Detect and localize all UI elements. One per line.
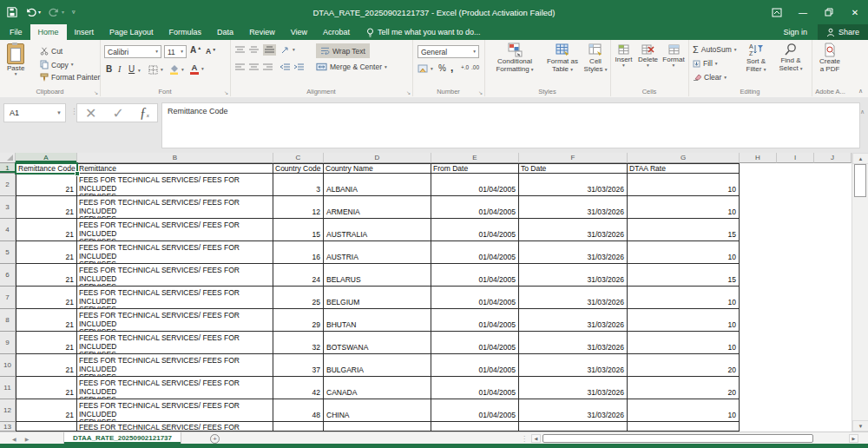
vertical-scrollbar-thumb[interactable] [854, 164, 866, 197]
cell-A8[interactable]: 21 [16, 309, 77, 332]
cell-B6[interactable]: FEES FOR TECHNICAL SERVICES/ FEES FOR IN… [77, 264, 273, 287]
cancel-icon[interactable]: ✕ [85, 105, 96, 122]
cell-B4[interactable]: FEES FOR TECHNICAL SERVICES/ FEES FOR IN… [77, 219, 273, 241]
cell-G13[interactable] [628, 422, 740, 432]
cell[interactable] [777, 241, 814, 264]
row-header-8[interactable]: 8 [0, 309, 16, 332]
cell-E5[interactable]: 01/04/2005 [431, 241, 519, 264]
find-select-button[interactable]: Find & Select ▾ [775, 43, 806, 72]
cell-A7[interactable]: 21 [16, 287, 77, 309]
cell-A11[interactable]: 21 [16, 377, 77, 399]
cell-B10[interactable]: FEES FOR TECHNICAL SERVICES/ FEES FOR IN… [77, 354, 273, 377]
cell-E4[interactable]: 01/04/2005 [431, 219, 519, 241]
column-header-A[interactable]: A [16, 153, 77, 163]
cell-A1[interactable]: Remittance Code [16, 163, 77, 174]
cell[interactable] [777, 196, 814, 219]
hscroll-right-icon[interactable]: ▶ [849, 434, 858, 443]
format-cells-button[interactable]: Format▾ [661, 43, 687, 68]
fill-color-icon[interactable]: ▾ [169, 64, 184, 75]
cell-D3[interactable]: ARMENIA [324, 196, 431, 219]
cell[interactable] [814, 196, 852, 219]
cell-G7[interactable]: 10 [628, 287, 740, 309]
middle-align-icon[interactable] [249, 46, 259, 54]
cell[interactable] [740, 264, 777, 287]
new-sheet-icon[interactable]: + [210, 434, 220, 444]
tab-page-layout[interactable]: Page Layout [102, 24, 161, 40]
cell-C8[interactable]: 29 [273, 309, 324, 332]
format-painter-button[interactable]: Format Painter [40, 73, 100, 82]
cell[interactable] [740, 287, 777, 309]
cell-G11[interactable]: 20 [628, 377, 740, 399]
cell-D12[interactable]: CHINA [324, 399, 431, 422]
cell-F10[interactable]: 31/03/2026 [519, 354, 628, 377]
restore-button[interactable] [816, 0, 842, 24]
cell-F9[interactable]: 31/03/2026 [519, 332, 628, 354]
cell-G9[interactable]: 10 [628, 332, 740, 354]
cell-F2[interactable]: 31/03/2026 [519, 174, 628, 196]
align-right-icon[interactable] [263, 63, 273, 71]
cell-A9[interactable]: 21 [16, 332, 77, 354]
increase-decimal-icon[interactable]: +.0 [461, 64, 469, 70]
cell-F4[interactable]: 31/03/2026 [519, 219, 628, 241]
cell[interactable] [814, 287, 852, 309]
decrease-decimal-icon[interactable]: .00 [471, 64, 479, 70]
column-header-I[interactable]: I [777, 153, 814, 163]
formula-input[interactable]: Remittance Code [161, 102, 860, 148]
bottom-align-icon[interactable] [263, 44, 276, 56]
cell-B11[interactable]: FEES FOR TECHNICAL SERVICES/ FEES FOR IN… [77, 377, 273, 399]
cell-A12[interactable]: 21 [16, 399, 77, 422]
cell[interactable] [777, 377, 814, 399]
tell-me-box[interactable]: Tell me what you want to do... [366, 24, 481, 40]
column-header-E[interactable]: E [431, 153, 519, 163]
cell-E3[interactable]: 01/04/2005 [431, 196, 519, 219]
underline-button[interactable]: U [128, 64, 135, 74]
cell-G12[interactable]: 10 [628, 399, 740, 422]
cell-styles-button[interactable]: Cell Styles ▾ [582, 43, 609, 73]
cell[interactable] [740, 163, 777, 174]
column-header-H[interactable]: H [740, 153, 777, 163]
tab-data[interactable]: Data [209, 24, 241, 40]
cell-G8[interactable]: 10 [628, 309, 740, 332]
cell-D1[interactable]: Country Name [324, 163, 431, 174]
autosum-button[interactable]: Σ AutoSum▾ [693, 45, 737, 54]
cell[interactable] [740, 377, 777, 399]
cell-B3[interactable]: FEES FOR TECHNICAL SERVICES/ FEES FOR IN… [77, 196, 273, 219]
increase-indent-icon[interactable] [294, 63, 304, 71]
ribbon-display-options-icon[interactable] [764, 0, 790, 24]
wrap-text-button[interactable]: Wrap Text [316, 43, 370, 58]
insert-function-icon[interactable]: ƒx [140, 105, 149, 121]
cell[interactable] [814, 219, 852, 241]
cell-C13[interactable] [273, 422, 324, 432]
cell-G6[interactable]: 15 [628, 264, 740, 287]
tab-file[interactable]: File [2, 24, 30, 40]
orientation-icon[interactable]: ▾ [280, 45, 295, 55]
cell[interactable] [740, 309, 777, 332]
cell-C5[interactable]: 16 [273, 241, 324, 264]
cell-E1[interactable]: From Date [431, 163, 519, 174]
cell-E11[interactable]: 01/04/2005 [431, 377, 519, 399]
vertical-scrollbar[interactable]: ▲ ▼ [852, 153, 868, 432]
enter-icon[interactable]: ✓ [112, 105, 123, 122]
accounting-format-icon[interactable]: ▾ [418, 64, 433, 74]
alignment-dialog-launcher-icon[interactable]: ↘ [406, 89, 411, 96]
row-header-6[interactable]: 6 [0, 264, 16, 287]
cell[interactable] [777, 332, 814, 354]
cell-C10[interactable]: 37 [273, 354, 324, 377]
cell-D11[interactable]: CANADA [324, 377, 431, 399]
cell-D2[interactable]: ALBANIA [324, 174, 431, 196]
paste-button[interactable]: Paste▾ [7, 43, 24, 76]
column-header-C[interactable]: C [273, 153, 324, 163]
cell-B12[interactable]: FEES FOR TECHNICAL SERVICES/ FEES FOR IN… [77, 399, 273, 422]
select-all-corner[interactable] [0, 153, 16, 163]
align-center-icon[interactable] [249, 63, 259, 71]
cell-E8[interactable]: 01/04/2005 [431, 309, 519, 332]
close-button[interactable]: ✕ [842, 0, 868, 24]
cell[interactable] [740, 196, 777, 219]
cell[interactable] [814, 174, 852, 196]
minimize-button[interactable]: — [790, 0, 816, 24]
share-button[interactable]: Share [818, 24, 868, 40]
cell[interactable] [814, 354, 852, 377]
cell[interactable] [740, 354, 777, 377]
row-header-2[interactable]: 2 [0, 174, 16, 196]
align-left-icon[interactable] [235, 63, 245, 71]
